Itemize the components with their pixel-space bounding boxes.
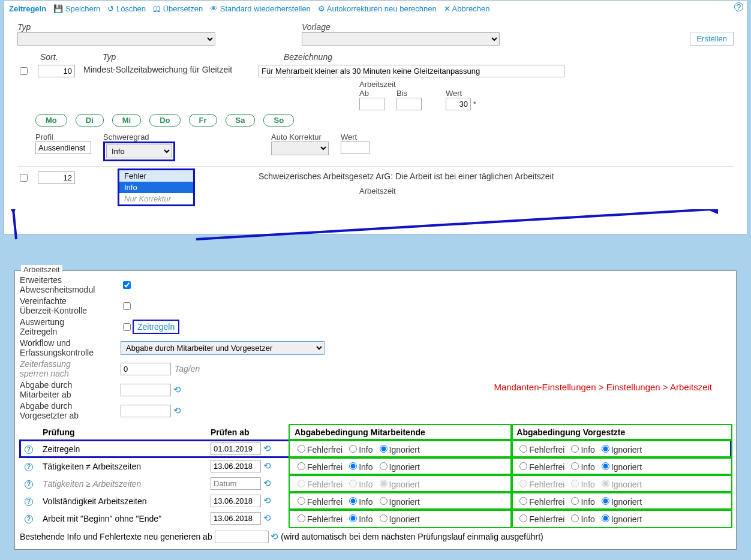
profil-label: Profil <box>35 133 91 141</box>
abgabe-vorgesetzter-ab-input[interactable] <box>121 405 171 417</box>
wert2-input[interactable] <box>341 141 370 154</box>
clear-icon[interactable]: ⟲ <box>261 460 271 471</box>
arbeitszeit-settings-panel: Arbeitszeit ErweitertesAbwesenheitsmodul… <box>14 270 737 550</box>
pruefen-ab-input[interactable] <box>211 460 261 472</box>
help-icon[interactable]: ? <box>25 445 33 454</box>
radio-fehlerfrei[interactable] <box>298 497 305 505</box>
clear-icon[interactable]: ⟲ <box>271 531 278 541</box>
bis-input[interactable] <box>396 98 422 110</box>
workflow-select[interactable]: Abgabe durch Mitarbeiter und Vorgesetzer <box>121 341 325 355</box>
day-di[interactable]: Di <box>76 114 104 127</box>
radio-fehlerfrei[interactable] <box>298 445 305 453</box>
schweregrad-option-nurkorrektur[interactable]: Nur Korrektur <box>119 193 193 204</box>
radio-fehlerfrei[interactable] <box>298 462 305 470</box>
day-mo[interactable]: Mo <box>35 114 67 127</box>
table-row: ?Zeitregeln ⟲FehlerfreiInfoIgnoriertFehl… <box>20 440 731 458</box>
radio-info[interactable] <box>571 462 579 470</box>
day-so[interactable]: So <box>263 114 294 127</box>
help-icon[interactable]: ? <box>25 498 33 506</box>
profil-input[interactable] <box>35 141 91 154</box>
clear-icon[interactable]: ⟲ <box>171 384 181 395</box>
clear-icon[interactable]: ⟲ <box>261 443 271 453</box>
fieldset-legend: Arbeitszeit <box>21 265 62 274</box>
day-sa[interactable]: Sa <box>226 114 256 127</box>
abgabe-mitarbeiter-ab-input[interactable] <box>121 384 171 396</box>
radio-ignoriert[interactable] <box>380 462 387 470</box>
col-pruefung: Prüfung <box>38 425 206 440</box>
radio-ignoriert[interactable] <box>380 445 387 453</box>
cancel-button[interactable]: ✕ Abbrechen <box>444 4 490 13</box>
wert-input[interactable] <box>446 98 471 110</box>
translate-button[interactable]: 🕮 Übersetzen <box>153 4 203 13</box>
create-button[interactable]: Erstellen <box>690 32 734 46</box>
day-mi[interactable]: Mi <box>112 114 141 127</box>
autokorrektur-select[interactable] <box>271 141 329 155</box>
callout-arrow-icon <box>4 209 718 245</box>
radio-ignoriert[interactable] <box>602 514 609 522</box>
pruefung-name: Vollständigkeit Arbeitszeiten <box>38 492 206 510</box>
pruefen-ab-input[interactable] <box>211 512 261 525</box>
table-row: ?Tätigkeiten ≥ Arbeitszeiten ⟲Fehlerfrei… <box>20 475 731 492</box>
bezeichnung-input[interactable] <box>259 65 564 77</box>
radio-ignoriert[interactable] <box>380 514 387 522</box>
row-checkbox[interactable] <box>20 67 28 75</box>
template-select[interactable] <box>302 32 500 46</box>
radio-fehlerfrei <box>298 480 305 487</box>
schweregrad-option-info[interactable]: Info <box>119 182 193 193</box>
pruefen-ab-input[interactable] <box>211 495 261 507</box>
radio-fehlerfrei[interactable] <box>298 514 305 522</box>
schweregrad-option-fehler[interactable]: Fehler <box>119 170 193 182</box>
bis-label: Bis <box>396 89 407 98</box>
help-icon[interactable]: ? <box>25 480 33 489</box>
ab-input[interactable] <box>359 98 384 110</box>
pruefung-table: Prüfung Prüfen ab Abgabebedingung Mitarb… <box>20 425 731 527</box>
help-icon[interactable]: ? <box>25 463 33 471</box>
type-select[interactable] <box>17 32 215 46</box>
sperren-nach-input[interactable] <box>121 363 171 375</box>
clear-icon[interactable]: ⟲ <box>171 405 181 416</box>
radio-info[interactable] <box>571 514 579 522</box>
zeitregeln-link[interactable]: Zeitregeln <box>137 322 175 332</box>
day-fr[interactable]: Fr <box>189 114 217 127</box>
day-do[interactable]: Do <box>149 114 180 127</box>
radio-fehlerfrei[interactable] <box>519 497 527 505</box>
auswertung-zeitregeln-checkbox[interactable] <box>123 323 131 331</box>
radio-info[interactable] <box>571 497 579 505</box>
recalc-button[interactable]: ⚙ Autokorrekturen neu berechnen <box>318 4 437 13</box>
radio-fehlerfrei[interactable] <box>519 514 527 522</box>
clear-icon[interactable]: ⟲ <box>261 478 271 488</box>
clear-icon[interactable]: ⟲ <box>261 495 271 505</box>
row-checkbox[interactable] <box>20 174 28 182</box>
vereinfachte-ueberzeit-checkbox[interactable] <box>123 302 131 310</box>
radio-ignoriert[interactable] <box>602 462 609 470</box>
radio-info[interactable] <box>349 497 357 505</box>
radio-ignoriert[interactable] <box>602 497 609 505</box>
pruefen-ab-input[interactable] <box>211 477 261 490</box>
restore-button[interactable]: 👁 Standard wiederherstellen <box>210 4 311 13</box>
arbeitszeit-label: Arbeitszeit <box>359 186 396 195</box>
radio-ignoriert <box>602 480 609 487</box>
radio-info[interactable] <box>349 514 357 522</box>
clear-icon[interactable]: ⟲ <box>261 513 271 523</box>
delete-button[interactable]: ↺ Löschen <box>107 4 146 13</box>
radio-ignoriert[interactable] <box>602 445 609 453</box>
radio-ignoriert[interactable] <box>380 497 387 505</box>
typ-value: Mindest-Sollzeitabweichung für Gleitzeit <box>83 65 250 74</box>
type-label: Typ <box>17 22 31 32</box>
pruefen-ab-input[interactable] <box>211 442 261 455</box>
regenerate-date-input[interactable] <box>215 531 269 543</box>
radio-info[interactable] <box>349 445 357 453</box>
radio-info[interactable] <box>349 462 357 470</box>
save-button[interactable]: 💾 Speichern <box>53 4 100 13</box>
radio-info <box>349 480 357 487</box>
schweregrad-select[interactable]: Info <box>106 144 172 158</box>
weekday-group: Mo Di Mi Do Fr Sa So <box>17 114 734 127</box>
help-icon[interactable]: ? <box>25 515 33 523</box>
radio-info[interactable] <box>571 445 579 453</box>
radio-fehlerfrei[interactable] <box>519 462 527 470</box>
erweitertes-abwesenheitsmodul-checkbox[interactable] <box>123 281 131 289</box>
radio-fehlerfrei[interactable] <box>519 445 527 453</box>
sort-input[interactable] <box>38 171 75 184</box>
help-icon[interactable]: ? <box>734 2 743 11</box>
sort-input[interactable] <box>38 65 75 77</box>
